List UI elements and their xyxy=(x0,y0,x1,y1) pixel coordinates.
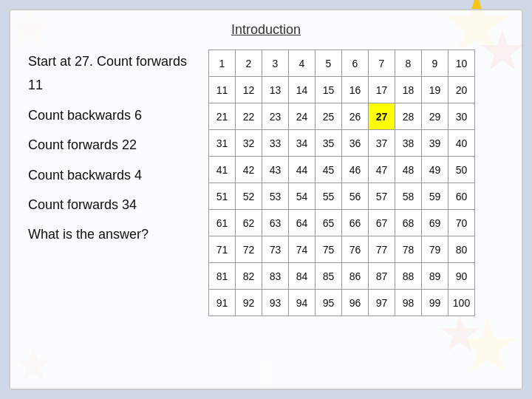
grid-cell: 48 xyxy=(395,157,422,183)
grid-cell: 11 xyxy=(209,77,236,103)
content-area: Start at 27. Count forwards 11 Count bac… xyxy=(28,50,504,316)
instruction-line3: Count forwards 22 xyxy=(28,133,191,157)
grid-cell: 37 xyxy=(369,130,395,157)
grid-cell: 31 xyxy=(209,130,236,157)
grid-cell: 12 xyxy=(236,77,262,103)
instructions-panel: Start at 27. Count forwards 11 Count bac… xyxy=(28,50,191,253)
grid-cell: 82 xyxy=(236,263,262,290)
grid-cell: 76 xyxy=(342,236,369,263)
table-row: 919293949596979899100 xyxy=(209,290,475,316)
grid-cell: 54 xyxy=(289,183,316,210)
grid-cell: 79 xyxy=(422,236,449,263)
grid-cell: 88 xyxy=(395,263,422,290)
grid-cell: 44 xyxy=(289,157,316,183)
grid-cell: 72 xyxy=(236,236,262,263)
grid-cell: 28 xyxy=(395,103,422,130)
grid-cell: 73 xyxy=(262,236,289,263)
grid-cell: 49 xyxy=(422,157,449,183)
grid-cell: 21 xyxy=(209,103,236,130)
grid-cell: 8 xyxy=(395,50,422,77)
grid-cell: 67 xyxy=(369,210,395,236)
grid-cell: 96 xyxy=(342,290,369,316)
grid-cell: 18 xyxy=(395,77,422,103)
grid-cell: 26 xyxy=(342,103,369,130)
grid-cell: 100 xyxy=(449,290,475,316)
grid-cell: 13 xyxy=(262,77,289,103)
grid-cell: 41 xyxy=(209,157,236,183)
grid-cell: 14 xyxy=(289,77,316,103)
grid-cell: 64 xyxy=(289,210,316,236)
table-row: 12345678910 xyxy=(209,50,475,77)
grid-cell: 55 xyxy=(316,183,342,210)
grid-cell: 39 xyxy=(422,130,449,157)
grid-cell: 7 xyxy=(369,50,395,77)
grid-cell: 65 xyxy=(316,210,342,236)
grid-cell: 71 xyxy=(209,236,236,263)
grid-cell: 98 xyxy=(395,290,422,316)
grid-cell: 66 xyxy=(342,210,369,236)
table-row: 11121314151617181920 xyxy=(209,77,475,103)
grid-cell: 61 xyxy=(209,210,236,236)
table-row: 51525354555657585960 xyxy=(209,183,475,210)
grid-cell: 51 xyxy=(209,183,236,210)
grid-cell: 4 xyxy=(289,50,316,77)
grid-cell: 81 xyxy=(209,263,236,290)
grid-cell: 24 xyxy=(289,103,316,130)
grid-cell: 36 xyxy=(342,130,369,157)
main-card: Introduction Start at 27. Count forwards… xyxy=(9,9,523,390)
grid-cell: 6 xyxy=(342,50,369,77)
grid-cell: 87 xyxy=(369,263,395,290)
grid-cell: 93 xyxy=(262,290,289,316)
grid-cell: 22 xyxy=(236,103,262,130)
grid-cell: 46 xyxy=(342,157,369,183)
grid-cell: 92 xyxy=(236,290,262,316)
grid-cell: 80 xyxy=(449,236,475,263)
grid-cell: 70 xyxy=(449,210,475,236)
grid-cell: 62 xyxy=(236,210,262,236)
instruction-line2: Count backwards 6 xyxy=(28,103,191,127)
grid-cell: 69 xyxy=(422,210,449,236)
grid-cell: 38 xyxy=(395,130,422,157)
grid-cell: 17 xyxy=(369,77,395,103)
grid-cell: 15 xyxy=(316,77,342,103)
grid-cell: 40 xyxy=(449,130,475,157)
grid-cell: 90 xyxy=(449,263,475,290)
grid-cell: 63 xyxy=(262,210,289,236)
grid-cell: 95 xyxy=(316,290,342,316)
grid-cell: 27 xyxy=(369,103,395,130)
grid-cell: 5 xyxy=(316,50,342,77)
instruction-line5: Count forwards 34 xyxy=(28,193,191,216)
grid-cell: 3 xyxy=(262,50,289,77)
grid-cell: 47 xyxy=(369,157,395,183)
grid-cell: 34 xyxy=(289,130,316,157)
grid-cell: 32 xyxy=(236,130,262,157)
grid-cell: 20 xyxy=(449,77,475,103)
table-row: 61626364656667686970 xyxy=(209,210,475,236)
grid-cell: 2 xyxy=(236,50,262,77)
grid-cell: 30 xyxy=(449,103,475,130)
grid-container: 1234567891011121314151617181920212223242… xyxy=(208,50,504,316)
grid-cell: 10 xyxy=(449,50,475,77)
grid-cell: 1 xyxy=(209,50,236,77)
grid-cell: 75 xyxy=(316,236,342,263)
grid-cell: 86 xyxy=(342,263,369,290)
grid-cell: 9 xyxy=(422,50,449,77)
grid-cell: 56 xyxy=(342,183,369,210)
table-row: 81828384858687888990 xyxy=(209,263,475,290)
grid-cell: 52 xyxy=(236,183,262,210)
grid-cell: 50 xyxy=(449,157,475,183)
grid-cell: 77 xyxy=(369,236,395,263)
grid-cell: 53 xyxy=(262,183,289,210)
grid-cell: 42 xyxy=(236,157,262,183)
grid-cell: 59 xyxy=(422,183,449,210)
grid-cell: 29 xyxy=(422,103,449,130)
grid-cell: 85 xyxy=(316,263,342,290)
instruction-line1: Start at 27. Count forwards 11 xyxy=(28,50,191,98)
table-row: 31323334353637383940 xyxy=(209,130,475,157)
grid-cell: 16 xyxy=(342,77,369,103)
grid-cell: 89 xyxy=(422,263,449,290)
page-title: Introduction xyxy=(28,22,504,38)
table-row: 71727374757677787980 xyxy=(209,236,475,263)
grid-cell: 78 xyxy=(395,236,422,263)
grid-cell: 45 xyxy=(316,157,342,183)
